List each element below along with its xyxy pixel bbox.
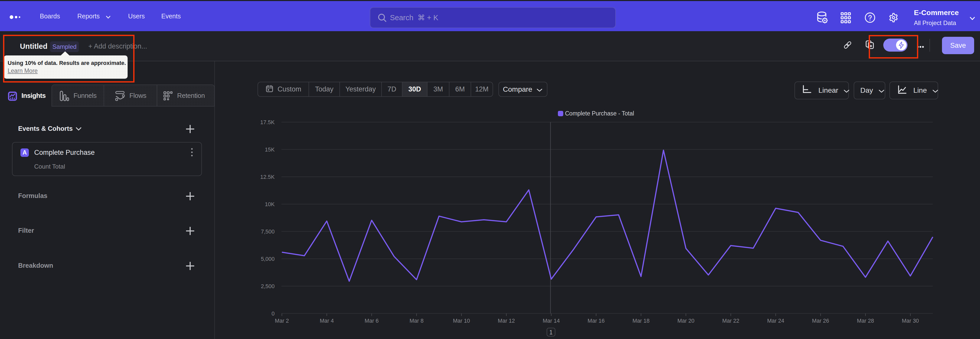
svg-text:Mar 8: Mar 8 xyxy=(410,318,424,324)
svg-text:15K: 15K xyxy=(265,147,275,153)
svg-text:5,000: 5,000 xyxy=(261,256,275,262)
svg-text:Mar 6: Mar 6 xyxy=(365,318,379,324)
svg-text:12.5K: 12.5K xyxy=(260,174,275,180)
svg-text:Mar 24: Mar 24 xyxy=(767,318,784,324)
svg-text:2,500: 2,500 xyxy=(261,283,275,289)
svg-text:Mar 20: Mar 20 xyxy=(677,318,694,324)
svg-text:Mar 16: Mar 16 xyxy=(587,318,605,324)
svg-text:Mar 26: Mar 26 xyxy=(812,318,829,324)
svg-text:Mar 12: Mar 12 xyxy=(498,318,515,324)
svg-text:Mar 18: Mar 18 xyxy=(632,318,649,324)
svg-text:Mar 22: Mar 22 xyxy=(722,318,739,324)
svg-text:Mar 28: Mar 28 xyxy=(857,318,874,324)
svg-text:Mar 10: Mar 10 xyxy=(453,318,470,324)
svg-text:0: 0 xyxy=(272,311,275,317)
svg-text:10K: 10K xyxy=(265,201,275,208)
svg-text:7,500: 7,500 xyxy=(261,229,275,235)
svg-text:Mar 2: Mar 2 xyxy=(275,318,289,324)
svg-text:Mar 14: Mar 14 xyxy=(542,318,560,324)
svg-text:Mar 4: Mar 4 xyxy=(320,318,334,324)
svg-text:17.5K: 17.5K xyxy=(260,119,275,125)
svg-text:Mar 30: Mar 30 xyxy=(902,318,919,324)
